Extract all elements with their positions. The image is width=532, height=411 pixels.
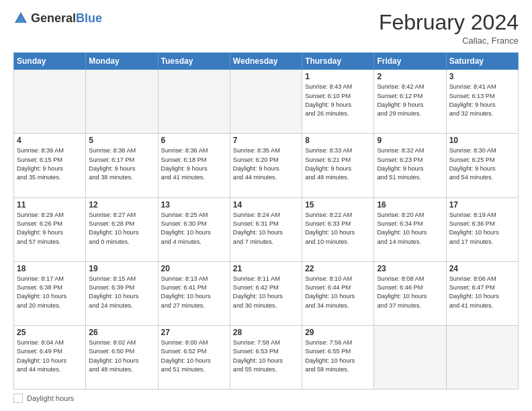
day-info: Sunrise: 8:36 AMSunset: 6:18 PMDaylight:… [161, 146, 227, 182]
day-number: 10 [449, 136, 515, 145]
day-info: Sunrise: 8:17 AMSunset: 6:38 PMDaylight:… [17, 275, 83, 310]
day-info: Sunrise: 8:06 AMSunset: 6:47 PMDaylight:… [449, 275, 515, 310]
day-number: 3 [449, 72, 515, 81]
calendar-cell: 27Sunrise: 8:00 AMSunset: 6:52 PMDayligh… [158, 325, 230, 389]
day-info: Sunrise: 8:39 AMSunset: 6:15 PMDaylight:… [17, 146, 83, 182]
calendar-cell: 19Sunrise: 8:15 AMSunset: 6:39 PMDayligh… [86, 261, 158, 325]
calendar-cell: 16Sunrise: 8:20 AMSunset: 6:34 PMDayligh… [374, 197, 446, 261]
day-number: 20 [161, 264, 227, 273]
day-info: Sunrise: 8:02 AMSunset: 6:50 PMDaylight:… [89, 338, 154, 374]
calendar-day-header: Tuesday [158, 53, 230, 70]
calendar-cell: 3Sunrise: 8:41 AMSunset: 6:13 PMDaylight… [446, 70, 518, 134]
month-title: February 2024 [379, 11, 519, 34]
day-info: Sunrise: 8:19 AMSunset: 6:36 PMDaylight:… [449, 211, 515, 246]
calendar-day-header: Sunday [14, 53, 86, 70]
calendar-cell [446, 325, 518, 389]
calendar-cell: 5Sunrise: 8:38 AMSunset: 6:17 PMDaylight… [86, 134, 158, 197]
day-info: Sunrise: 7:56 AMSunset: 6:55 PMDaylight:… [305, 338, 371, 374]
day-number: 16 [377, 200, 443, 210]
calendar-day-header: Thursday [302, 53, 374, 70]
day-number: 9 [377, 136, 443, 145]
footer-label: Daylight hours [27, 394, 74, 402]
day-number: 18 [17, 264, 83, 273]
calendar-cell: 18Sunrise: 8:17 AMSunset: 6:38 PMDayligh… [14, 261, 86, 325]
calendar-cell: 9Sunrise: 8:32 AMSunset: 6:23 PMDaylight… [374, 134, 446, 197]
calendar-week-row: 18Sunrise: 8:17 AMSunset: 6:38 PMDayligh… [14, 261, 519, 325]
day-number: 7 [233, 136, 299, 145]
day-info: Sunrise: 8:15 AMSunset: 6:39 PMDaylight:… [89, 275, 154, 310]
calendar-cell: 1Sunrise: 8:43 AMSunset: 6:10 PMDaylight… [302, 70, 374, 134]
day-number: 15 [305, 200, 371, 210]
calendar-cell: 15Sunrise: 8:22 AMSunset: 6:33 PMDayligh… [302, 197, 374, 261]
day-info: Sunrise: 8:00 AMSunset: 6:52 PMDaylight:… [161, 338, 227, 374]
day-info: Sunrise: 8:33 AMSunset: 6:21 PMDaylight:… [305, 146, 371, 182]
day-info: Sunrise: 8:29 AMSunset: 6:26 PMDaylight:… [17, 211, 83, 246]
day-info: Sunrise: 8:22 AMSunset: 6:33 PMDaylight:… [305, 211, 371, 246]
day-number: 4 [17, 136, 83, 145]
day-number: 27 [161, 328, 227, 337]
day-number: 23 [377, 264, 443, 273]
logo-general: General [31, 11, 76, 25]
calendar-cell: 24Sunrise: 8:06 AMSunset: 6:47 PMDayligh… [446, 261, 518, 325]
calendar-cell: 17Sunrise: 8:19 AMSunset: 6:36 PMDayligh… [446, 197, 518, 261]
calendar-cell: 22Sunrise: 8:10 AMSunset: 6:44 PMDayligh… [302, 261, 374, 325]
day-number: 22 [305, 264, 371, 273]
day-info: Sunrise: 8:24 AMSunset: 6:31 PMDaylight:… [233, 211, 299, 246]
calendar-week-row: 1Sunrise: 8:43 AMSunset: 6:10 PMDaylight… [14, 70, 519, 134]
day-info: Sunrise: 8:20 AMSunset: 6:34 PMDaylight:… [377, 211, 443, 246]
calendar-cell: 25Sunrise: 8:04 AMSunset: 6:49 PMDayligh… [14, 325, 86, 389]
calendar-cell: 4Sunrise: 8:39 AMSunset: 6:15 PMDaylight… [14, 134, 86, 197]
calendar-cell: 12Sunrise: 8:27 AMSunset: 6:28 PMDayligh… [86, 197, 158, 261]
calendar-day-header: Monday [86, 53, 158, 70]
footer: Daylight hours [13, 394, 519, 403]
day-info: Sunrise: 7:58 AMSunset: 6:53 PMDaylight:… [233, 338, 299, 374]
calendar-cell: 29Sunrise: 7:56 AMSunset: 6:55 PMDayligh… [302, 325, 374, 389]
calendar-cell: 2Sunrise: 8:42 AMSunset: 6:12 PMDaylight… [374, 70, 446, 134]
calendar-cell: 13Sunrise: 8:25 AMSunset: 6:30 PMDayligh… [158, 197, 230, 261]
calendar-cell: 20Sunrise: 8:13 AMSunset: 6:41 PMDayligh… [158, 261, 230, 325]
location: Callac, France [379, 36, 519, 46]
day-number: 5 [89, 136, 154, 145]
calendar-day-header: Friday [374, 53, 446, 70]
day-info: Sunrise: 8:13 AMSunset: 6:41 PMDaylight:… [161, 275, 227, 310]
calendar-week-row: 4Sunrise: 8:39 AMSunset: 6:15 PMDaylight… [14, 134, 519, 197]
day-number: 14 [233, 200, 299, 210]
day-number: 25 [17, 328, 83, 337]
day-number: 8 [305, 136, 371, 145]
day-info: Sunrise: 8:11 AMSunset: 6:42 PMDaylight:… [233, 275, 299, 310]
calendar-day-header: Wednesday [230, 53, 302, 70]
day-info: Sunrise: 8:32 AMSunset: 6:23 PMDaylight:… [377, 146, 443, 182]
day-number: 1 [305, 72, 371, 81]
day-number: 2 [377, 72, 443, 81]
calendar-cell: 8Sunrise: 8:33 AMSunset: 6:21 PMDaylight… [302, 134, 374, 197]
logo-icon [13, 11, 28, 26]
calendar-cell: 14Sunrise: 8:24 AMSunset: 6:31 PMDayligh… [230, 197, 302, 261]
logo: GeneralBlue [13, 11, 102, 26]
day-info: Sunrise: 8:41 AMSunset: 6:13 PMDaylight:… [449, 83, 515, 118]
calendar-cell [230, 70, 302, 134]
day-number: 13 [161, 200, 227, 210]
calendar-cell: 21Sunrise: 8:11 AMSunset: 6:42 PMDayligh… [230, 261, 302, 325]
calendar-cell: 28Sunrise: 7:58 AMSunset: 6:53 PMDayligh… [230, 325, 302, 389]
calendar-cell: 23Sunrise: 8:08 AMSunset: 6:46 PMDayligh… [374, 261, 446, 325]
page: GeneralBlue February 2024 Callac, France… [0, 0, 532, 411]
calendar-header-row: SundayMondayTuesdayWednesdayThursdayFrid… [14, 53, 519, 70]
calendar-cell: 6Sunrise: 8:36 AMSunset: 6:18 PMDaylight… [158, 134, 230, 197]
header: GeneralBlue February 2024 Callac, France [13, 11, 519, 46]
day-number: 17 [449, 200, 515, 210]
day-number: 21 [233, 264, 299, 273]
calendar-cell: 10Sunrise: 8:30 AMSunset: 6:25 PMDayligh… [446, 134, 518, 197]
day-number: 26 [89, 328, 154, 337]
calendar-cell [86, 70, 158, 134]
day-info: Sunrise: 8:43 AMSunset: 6:10 PMDaylight:… [305, 83, 371, 118]
day-number: 28 [233, 328, 299, 337]
day-number: 29 [305, 328, 371, 337]
day-number: 24 [449, 264, 515, 273]
day-info: Sunrise: 8:42 AMSunset: 6:12 PMDaylight:… [377, 83, 443, 118]
day-info: Sunrise: 8:08 AMSunset: 6:46 PMDaylight:… [377, 275, 443, 310]
calendar-week-row: 25Sunrise: 8:04 AMSunset: 6:49 PMDayligh… [14, 325, 519, 389]
day-info: Sunrise: 8:10 AMSunset: 6:44 PMDaylight:… [305, 275, 371, 310]
calendar-cell [158, 70, 230, 134]
day-number: 12 [89, 200, 154, 210]
day-info: Sunrise: 8:30 AMSunset: 6:25 PMDaylight:… [449, 146, 515, 182]
